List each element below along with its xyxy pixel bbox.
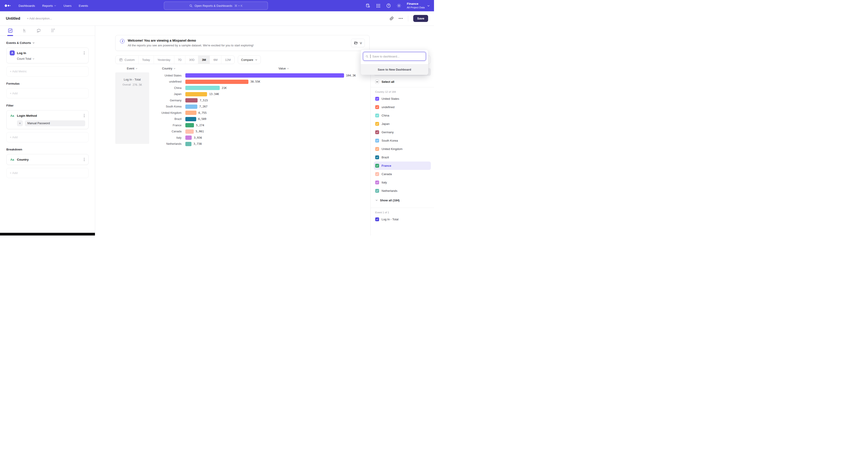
save-to-new-dashboard-button[interactable]: Save to New Dashboard <box>361 64 428 75</box>
country-checkbox-checked[interactable] <box>375 172 379 176</box>
value-bar[interactable] <box>185 105 197 109</box>
property-type-badge: Aa <box>10 157 15 162</box>
filter-value[interactable]: Manual Password <box>25 120 85 126</box>
filter-card[interactable]: Aa Login Method = Manual Password <box>6 110 89 129</box>
country-checkbox-checked[interactable] <box>375 189 379 193</box>
country-column-header[interactable]: Country <box>152 67 185 70</box>
filter-operator[interactable]: = <box>17 120 23 126</box>
value-column-header[interactable]: Value <box>278 67 289 70</box>
select-all-checkbox-indeterminate[interactable] <box>375 80 379 84</box>
help-icon[interactable] <box>386 3 391 8</box>
add-filter-button[interactable]: + Add <box>6 132 89 142</box>
metric-card[interactable]: A Log In Count Total <box>6 48 89 63</box>
funnels-bars-icon <box>22 28 27 33</box>
value-bar[interactable] <box>185 98 197 102</box>
country-checkbox-checked[interactable] <box>375 122 379 126</box>
event-checkbox-checked[interactable] <box>375 217 379 221</box>
add-metric-button[interactable]: + Add Metric <box>6 66 89 77</box>
country-checkbox-checked[interactable] <box>375 97 379 101</box>
tab-insights[interactable] <box>8 26 13 36</box>
country-option-row[interactable]: China <box>374 111 431 120</box>
country-option-row[interactable]: South Korea <box>374 137 431 145</box>
settings-gear-icon[interactable] <box>397 3 401 8</box>
mixpanel-logo[interactable] <box>4 3 12 8</box>
time-range-option[interactable]: Yesterday <box>154 56 174 64</box>
add-formula-button[interactable]: + Add <box>6 88 89 98</box>
metric-event-name[interactable]: Log In <box>17 51 26 55</box>
time-range-option[interactable]: 30D <box>185 56 198 64</box>
country-option-row[interactable]: United States <box>374 94 431 103</box>
data-management-icon[interactable] <box>366 3 370 8</box>
filter-property-name[interactable]: Login Method <box>17 114 37 117</box>
country-checkbox-checked[interactable] <box>375 130 379 134</box>
select-all-row[interactable]: Select all <box>374 80 431 84</box>
project-switcher[interactable]: Finance All Project Data <box>407 2 430 9</box>
report-type-tabs <box>0 26 95 36</box>
tab-retention[interactable] <box>51 26 56 36</box>
country-option-row[interactable]: Netherlands <box>374 187 431 195</box>
value-bar[interactable] <box>185 111 196 115</box>
time-range-option[interactable]: Custom <box>116 56 138 64</box>
time-range-option[interactable]: 3M <box>198 56 210 64</box>
chevron-down-icon <box>32 41 35 44</box>
value-bar[interactable] <box>185 73 344 78</box>
save-dashboard-input[interactable] <box>372 55 423 58</box>
nav-item[interactable]: Reports <box>42 4 56 7</box>
show-all-toggle[interactable]: Show all (184) <box>374 196 431 204</box>
country-option-row[interactable]: undefined <box>374 103 431 111</box>
tab-funnels[interactable] <box>22 26 27 36</box>
filter-menu-button[interactable] <box>83 113 85 118</box>
value-bar[interactable] <box>185 136 192 140</box>
banner-view-button[interactable]: V <box>351 39 365 47</box>
time-range-option[interactable]: 6M <box>210 56 221 64</box>
more-actions-button[interactable]: ••• <box>399 17 403 20</box>
country-option-row[interactable]: Italy <box>374 178 431 187</box>
metric-aggregation-dropdown[interactable]: Count Total <box>17 57 85 60</box>
country-checkbox-checked[interactable] <box>375 139 379 143</box>
country-checkbox-checked[interactable] <box>375 114 379 117</box>
save-button[interactable]: Save <box>413 15 428 22</box>
event-column-header[interactable]: Event <box>115 67 149 70</box>
events-section-title[interactable]: Events & Cohorts <box>6 41 89 45</box>
value-bar[interactable] <box>185 129 194 134</box>
nav-item[interactable]: Dashboards <box>19 4 35 7</box>
add-description[interactable]: + Add description... <box>27 17 52 20</box>
metric-menu-button[interactable] <box>83 51 85 55</box>
value-bar[interactable] <box>185 123 194 127</box>
value-bar[interactable] <box>185 117 196 121</box>
add-breakdown-button[interactable]: + Add <box>6 168 89 178</box>
country-checkbox-checked[interactable] <box>375 180 379 184</box>
value-bar[interactable] <box>185 142 191 146</box>
breakdown-card[interactable]: Aa Country <box>6 154 89 165</box>
report-title[interactable]: Untitled <box>6 16 20 21</box>
value-bar[interactable] <box>185 92 207 96</box>
compare-button[interactable]: Compare <box>238 55 261 64</box>
country-option-row[interactable]: Canada <box>374 170 431 178</box>
save-dashboard-search[interactable] <box>363 52 426 61</box>
country-checkbox-checked[interactable] <box>375 164 379 168</box>
time-range-option[interactable]: 7D <box>174 56 186 64</box>
country-checkbox-checked[interactable] <box>375 105 379 109</box>
country-checkbox-checked[interactable] <box>375 155 379 159</box>
event-total-cell[interactable]: Log In - Total Overall 276.5K <box>115 72 149 144</box>
time-range-option[interactable]: 12M <box>221 56 234 64</box>
time-range-option[interactable]: Today <box>138 56 154 64</box>
breakdown-property-name[interactable]: Country <box>17 158 29 161</box>
country-option-row[interactable]: Germany <box>374 128 431 137</box>
country-option-row[interactable]: United Kingdom <box>374 145 431 153</box>
country-option-row[interactable]: Brazil <box>374 153 431 161</box>
country-option-row[interactable]: Japan <box>374 120 431 128</box>
global-search-button[interactable]: Open Reports & Dashboards ⌘ + K <box>164 2 268 10</box>
event-option-row[interactable]: Log In - Total <box>374 215 431 224</box>
nav-item[interactable]: Users <box>64 4 71 7</box>
value-bar[interactable] <box>185 80 248 84</box>
country-option-row[interactable]: France <box>374 161 431 170</box>
value-bar[interactable] <box>185 86 220 90</box>
country-checkbox-checked[interactable] <box>375 147 379 151</box>
nav-item[interactable]: Events <box>79 4 88 7</box>
tab-flows[interactable] <box>36 26 41 36</box>
copy-link-icon[interactable] <box>390 16 394 21</box>
breakdown-menu-button[interactable] <box>83 157 85 162</box>
apps-grid-icon[interactable] <box>376 3 381 8</box>
bar-row: Brazil 6,589 <box>149 116 370 122</box>
